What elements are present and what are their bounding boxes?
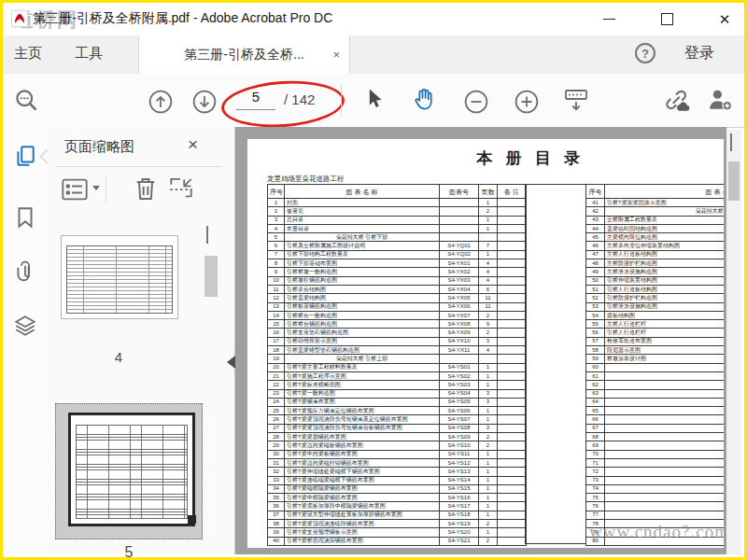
toc-left-body: 1封面12签署页23总目录14本册目录15朵花特大桥 引桥下部6引桥及全桥附属施… xyxy=(268,199,527,546)
toc-row: 18引桥盖梁锥型垫石钢筋构造图S4-YX114 xyxy=(268,346,527,355)
toc-row: 25引桥T梁预应力钢束定位钢筋布置图S4-YS061 xyxy=(268,407,527,415)
document-area: 本 册 目 录 龙里鸡场至朵花道路工程 序号 图 表 名 称 图表号 页数 备 … xyxy=(235,127,726,554)
collapse-panel-icon[interactable] xyxy=(227,356,235,369)
toc-row: 33引桥T梁连续端梁端横下钢筋布置图S4-YS141 xyxy=(268,476,527,484)
page-title: 本 册 目 录 xyxy=(476,147,585,169)
red-circle-annotation xyxy=(219,77,345,131)
window-title: 第三册-引桥及全桥附属.pdf - Adobe Acrobat Pro DC xyxy=(33,10,332,27)
pdf-page: 本 册 目 录 龙里鸡场至朵花道路工程 序号 图 表 名 称 图表号 页数 备 … xyxy=(247,139,724,548)
sign-in-button[interactable]: 登录 xyxy=(684,44,714,63)
tab-document[interactable]: 第三册-引桥及全桥... × xyxy=(138,35,350,74)
toc-row: 8引桥下部基础布置图S4-YX014 xyxy=(268,259,527,268)
panel-close-icon[interactable]: × xyxy=(188,134,198,155)
toc-row: 11引桥承台结构图S4-YX046 xyxy=(268,285,527,293)
bookmarks-icon[interactable] xyxy=(13,205,37,233)
toc-row: 60 xyxy=(586,363,725,371)
toc-row: 69 xyxy=(586,441,725,450)
delete-pages-icon[interactable] xyxy=(134,175,158,205)
toc-row: 2签署页2 xyxy=(268,207,527,216)
toc-row: 71 xyxy=(586,458,725,467)
toc-row: 38引桥T梁梁顶现浇连续段钢筋布置图S4-YS192 xyxy=(268,519,527,527)
scrollbar-thumb[interactable] xyxy=(728,161,740,201)
toc-row: 48主桥防撞护栏构造图 xyxy=(586,259,725,268)
minimize-button[interactable] xyxy=(599,9,619,30)
toc-row: 20引桥T梁主要工程材料数量表S4-YS011 xyxy=(268,363,527,371)
document-scrollbar[interactable] xyxy=(726,130,741,554)
toc-row: 21引桥T梁施工程序示意图S4-YS021 xyxy=(268,371,527,380)
select-tool-icon[interactable] xyxy=(362,87,386,114)
hand-tool-icon[interactable] xyxy=(411,86,437,116)
panel-toolbar-divider xyxy=(106,175,106,203)
toc-row: 14引桥桥台一般构造图S4-YX072 xyxy=(268,311,527,319)
panel-scroll-up-icon[interactable] xyxy=(206,228,208,245)
toc-row: 56引桥人行道栏杆 xyxy=(586,329,725,337)
toc-row: 41引桥T梁架梁固接示意图 xyxy=(586,199,725,207)
toc-fold-column xyxy=(525,184,586,544)
toc-row: 72 xyxy=(586,468,725,476)
zoom-out-icon[interactable] xyxy=(464,90,488,118)
toc-row: 34引桥T梁端横隔梁钢筋布置图S4-YS151 xyxy=(268,484,527,493)
maximize-button[interactable] xyxy=(656,9,677,30)
thumbnail-label-5: 5 xyxy=(55,544,203,560)
col-header-name: 图 表 名 称 xyxy=(285,185,440,199)
search-icon[interactable] xyxy=(14,88,39,117)
tab-close-icon[interactable]: × xyxy=(332,48,340,62)
toc-row: 1封面1 xyxy=(268,199,527,207)
close-button[interactable]: ✕ xyxy=(714,9,735,30)
toc-row: 68 xyxy=(586,433,725,441)
panel-title: 页面缩略图 xyxy=(64,138,134,156)
page-thumbnail-5[interactable] xyxy=(68,413,195,526)
toc-row: 54搭板结构图 xyxy=(586,311,725,319)
thumbnails-panel: 页面缩略图 × 4 5 xyxy=(48,127,235,554)
toc-row: 43全桥附属工程数量表 xyxy=(586,216,725,224)
toc-row: 4本册目录1 xyxy=(268,224,527,232)
scroll-up-icon[interactable] xyxy=(730,135,732,152)
toc-row: 49主桥泄水设施构造图 xyxy=(586,268,725,276)
toc-row: 47主桥人行道板结构图 xyxy=(586,250,725,259)
share-people-icon[interactable] xyxy=(707,88,733,116)
share-link-icon[interactable] xyxy=(662,88,690,118)
toc-row: 3总目录1 xyxy=(268,216,527,224)
toc-row: 45主梁横向限位构造图 xyxy=(586,233,725,242)
toc-row: 13引桥桩基钢筋构造图S4-YX0611 xyxy=(268,302,527,311)
toc-row: 32引桥T梁伸缩缝处梁端横下钢筋布置图S4-YS131 xyxy=(268,468,527,476)
chevron-down-icon[interactable] xyxy=(92,186,100,190)
toc-table-left: 序号 图 表 名 称 图表号 页数 备 注 1封面12签署页23总目录14本册目… xyxy=(267,184,527,546)
panel-scrollbar-thumb[interactable] xyxy=(204,256,218,297)
toc-row: 5朵花特大桥 引桥下部 xyxy=(268,233,527,242)
insert-pages-icon[interactable] xyxy=(167,175,195,203)
toc-row: 62 xyxy=(586,381,725,389)
toc-row: 51引桥人行道板结构图 xyxy=(586,285,725,293)
tab-home[interactable]: 主页 xyxy=(14,45,42,63)
zoom-in-icon[interactable] xyxy=(514,90,539,118)
tab-bar: 主页 工具 第三册-引桥及全桥... × ? 登录 xyxy=(3,35,744,75)
page-thumbnails-icon[interactable] xyxy=(13,144,37,172)
tab-tools[interactable]: 工具 xyxy=(75,45,103,63)
toc-row: 24引桥T梁钢束布置图S4-YS053 xyxy=(268,398,527,406)
toc-row: 52引桥防撞护栏构造图 xyxy=(586,294,725,302)
attachments-icon[interactable] xyxy=(13,259,37,287)
help-icon[interactable]: ? xyxy=(635,43,655,63)
thumbnail-options-icon[interactable] xyxy=(61,177,89,205)
next-page-icon[interactable] xyxy=(192,90,217,118)
toc-row: 16引桥支座垫石钢筋构造图S4-YX092 xyxy=(268,329,527,337)
toc-row: 57检修车轨道布置图 xyxy=(586,337,725,345)
toc-row: 67 xyxy=(586,424,725,432)
thumbnail-content xyxy=(76,425,188,519)
toc-row: 12引桥盖梁结构图S4-YX0511 xyxy=(268,294,527,302)
toc-table-right: 序号 图 表 名 称 41引桥T梁架梁固接示意图42朵花特大桥 桥梁附属43全桥… xyxy=(585,184,724,546)
previous-page-icon[interactable] xyxy=(148,90,173,118)
page-thumbnail-4[interactable] xyxy=(61,235,178,319)
toolbar-divider xyxy=(341,85,342,117)
page-fit-icon[interactable] xyxy=(563,88,589,118)
acrobat-logo-icon xyxy=(11,10,28,27)
toc-row: 31引桥T梁边跨梁端封锚钢筋布置图S4-YS121 xyxy=(268,458,527,467)
toc-row: 44盖梁临时固结构造图 xyxy=(586,224,725,232)
selection-resize-handle[interactable] xyxy=(188,515,196,524)
toc-row: 70 xyxy=(586,450,725,458)
col-header-pages: 页数 xyxy=(479,185,498,199)
toc-row: 46主桥多向变位伸缩装置结构图 xyxy=(586,242,725,250)
toc-row: 26引桥T梁梁顶现浇段负弯矩钢束及定位钢筋布置图S4-YS071 xyxy=(268,415,527,424)
layers-icon[interactable] xyxy=(13,314,37,342)
toc-row: 74 xyxy=(586,484,725,493)
